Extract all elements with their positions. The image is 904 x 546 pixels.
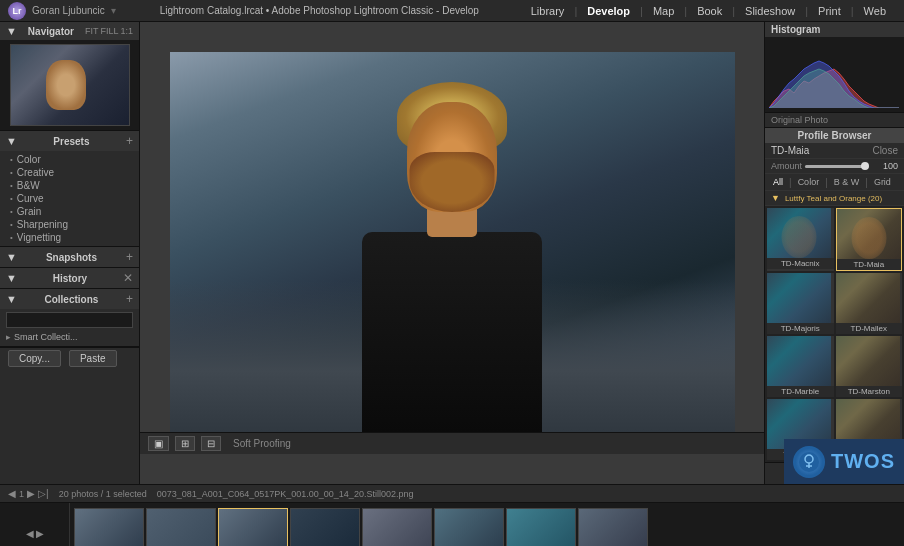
copy-button[interactable]: Copy...	[8, 350, 61, 367]
pb-category-header[interactable]: ▼ Luttfy Teal and Orange (20)	[765, 191, 904, 206]
preset-bw[interactable]: B&W	[10, 179, 129, 192]
smart-collection-item[interactable]: ▸ Smart Collecti...	[6, 331, 133, 343]
pb-profile-td-marston[interactable]: TD-Marston	[836, 336, 903, 397]
nav-fill[interactable]: FILL	[100, 26, 118, 36]
pb-amount-row: Amount 100	[765, 159, 904, 174]
top-bar-left: Lr Goran Ljubuncic ▾	[0, 2, 116, 20]
preset-grain[interactable]: Grain	[10, 205, 129, 218]
history-section: ▼ History ✕	[0, 268, 139, 289]
collection-label: Smart Collecti...	[14, 332, 78, 342]
preset-sharpening[interactable]: Sharpening	[10, 218, 129, 231]
pb-amount-value: 100	[873, 161, 898, 171]
original-photo-label: Original Photo	[765, 113, 904, 128]
fs-end-btn[interactable]: ▷|	[38, 488, 49, 499]
pb-profile-td-majoris[interactable]: TD-Majoris	[767, 273, 834, 334]
pb-filter-color[interactable]: Color	[794, 176, 824, 188]
snapshots-header[interactable]: ▼ Snapshots +	[0, 247, 139, 267]
pb-thumb-img-5	[767, 336, 831, 386]
nav-print[interactable]: Print	[810, 5, 849, 17]
pb-grid-toggle[interactable]: Grid	[870, 176, 895, 188]
figure-beard	[410, 152, 495, 212]
navigator-title: Navigator	[28, 26, 74, 37]
watermark: TWOS	[784, 439, 904, 484]
navigator-section: ▼ Navigator FIT FILL 1:1	[0, 22, 139, 131]
fs-nav-next[interactable]: ▶	[36, 528, 44, 539]
filmstrip-photo-3[interactable]	[218, 508, 288, 547]
nav-develop[interactable]: Develop	[579, 5, 638, 17]
filmstrip-photo-7[interactable]	[506, 508, 576, 547]
pb-title: Profile Browser	[765, 128, 904, 143]
pb-close-button[interactable]: Close	[872, 145, 898, 156]
nav-map[interactable]: Map	[645, 5, 682, 17]
fs-thumb-5	[363, 509, 431, 547]
histogram-chart	[769, 41, 901, 108]
history-clear[interactable]: ✕	[123, 271, 133, 285]
view-mode-2[interactable]: ⊞	[175, 436, 195, 451]
pb-profile-td-maia[interactable]: TD-Maia	[836, 208, 903, 271]
pb-amount-label: Amount	[771, 161, 801, 171]
collections-add[interactable]: +	[126, 292, 133, 306]
filmstrip-photo-1[interactable]	[74, 508, 144, 547]
histogram-section: Histogram	[765, 22, 904, 113]
fs-thumb-3	[219, 509, 287, 547]
cat-expand-icon: ▼	[771, 193, 780, 203]
pb-profile-td-macnix[interactable]: TD-Macnix	[767, 208, 834, 271]
preset-list: Color Creative B&W Curve Grain Sharpenin…	[0, 151, 139, 246]
main-area: ▼ Navigator FIT FILL 1:1 ▼ Presets +	[0, 22, 904, 484]
snapshots-section: ▼ Snapshots +	[0, 247, 139, 268]
pb-filter-row: All | Color | B & W | Grid	[765, 174, 904, 191]
filmstrip: ◀ ▶	[0, 502, 904, 546]
fs-nav-prev[interactable]: ◀	[26, 528, 34, 539]
window-title: Lightroom Catalog.lrcat • Adobe Photosho…	[160, 5, 479, 16]
nav-thumb-subject	[46, 60, 86, 110]
fs-thumb-1	[75, 509, 143, 547]
navigator-thumbnail	[0, 40, 139, 130]
view-mode-1[interactable]: ▣	[148, 436, 169, 451]
page-num: 1	[19, 489, 24, 499]
collections-search[interactable]	[6, 312, 133, 328]
history-title: History	[53, 273, 87, 284]
view-mode-3[interactable]: ⊟	[201, 436, 221, 451]
presets-add[interactable]: +	[126, 134, 133, 148]
pb-label-5: TD-Marble	[767, 386, 834, 397]
fs-next-btn[interactable]: ▶	[27, 488, 35, 499]
figure-body	[362, 232, 542, 432]
nav-slideshow[interactable]: Slideshow	[737, 5, 803, 17]
filmstrip-photo-5[interactable]	[362, 508, 432, 547]
pb-profile-td-mallex[interactable]: TD-Mallex	[836, 273, 903, 334]
filmstrip-photo-8[interactable]	[578, 508, 648, 547]
pb-current-profile: TD-Maia	[771, 145, 809, 156]
collections-title: Collections	[44, 294, 98, 305]
pb-filter-all[interactable]: All	[769, 176, 787, 188]
fs-prev-btn[interactable]: ◀	[8, 488, 16, 499]
navigator-header[interactable]: ▼ Navigator FIT FILL 1:1	[0, 22, 139, 40]
nav-fit[interactable]: FIT	[85, 26, 99, 36]
nav-1-1[interactable]: 1:1	[120, 26, 133, 36]
snapshots-add[interactable]: +	[126, 250, 133, 264]
preset-curve[interactable]: Curve	[10, 192, 129, 205]
watermark-text: TWOS	[831, 450, 895, 473]
preset-vignetting[interactable]: Vignetting	[10, 231, 129, 244]
nav-web[interactable]: Web	[856, 5, 894, 17]
pb-name-row: TD-Maia Close	[765, 143, 904, 159]
pb-profile-td-marble[interactable]: TD-Marble	[767, 336, 834, 397]
presets-title: Presets	[53, 136, 89, 147]
fs-thumb-4	[291, 509, 359, 547]
presets-header[interactable]: ▼ Presets +	[0, 131, 139, 151]
user-name: Goran Ljubuncic	[32, 5, 105, 16]
filmstrip-photo-2[interactable]	[146, 508, 216, 547]
soft-proof-label: Soft Proofing	[233, 438, 291, 449]
preset-color[interactable]: Color	[10, 153, 129, 166]
filmstrip-photo-4[interactable]	[290, 508, 360, 547]
pb-amount-slider[interactable]	[805, 165, 869, 168]
nav-book[interactable]: Book	[689, 5, 730, 17]
collections-header[interactable]: ▼ Collections +	[0, 289, 139, 309]
paste-button[interactable]: Paste	[69, 350, 117, 367]
history-header[interactable]: ▼ History ✕	[0, 268, 139, 288]
pb-label-1: TD-Macnix	[767, 258, 834, 269]
filmstrip-nav: ◀ 1 ▶ ▷|	[8, 488, 49, 499]
pb-filter-bw[interactable]: B & W	[830, 176, 864, 188]
preset-creative[interactable]: Creative	[10, 166, 129, 179]
nav-library[interactable]: Library	[523, 5, 573, 17]
filmstrip-photo-6[interactable]	[434, 508, 504, 547]
